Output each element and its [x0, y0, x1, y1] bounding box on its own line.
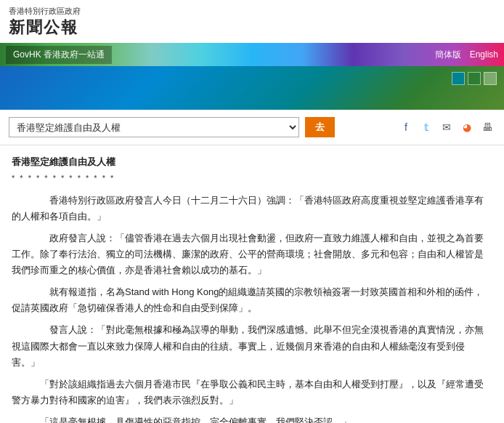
nav-bar: GovHK 香港政府一站通 簡体版 English [0, 43, 504, 66]
go-button[interactable]: 去 [305, 117, 335, 137]
gov-text: 香港特別行政區政府 [9, 6, 495, 17]
paragraph-1: 香港特別行政區政府發言人今日（十二月二十六日）強調：「香港特區政府高度重視並堅定… [12, 193, 492, 225]
article-title: 香港堅定維護自由及人權 [12, 154, 492, 170]
article-stars: * * * * * * * * * * * * * [12, 172, 492, 185]
banner-box-plain [484, 72, 497, 85]
english-nav-link[interactable]: English [470, 49, 498, 60]
paragraph-3: 就有報道指，名為Stand with Hong Kong的組織邀請英國的宗教領袖… [12, 284, 492, 316]
article-content: 香港堅定維護自由及人權 * * * * * * * * * * * * * 香港… [0, 145, 504, 423]
paragraph-2: 政府發言人說：「儘管香港在過去六個月出現社會動盪，但政府一直致力維護人權和自由，… [12, 230, 492, 278]
rss-icon[interactable]: ◕ [459, 119, 475, 135]
mail-icon[interactable]: ✉ [439, 119, 455, 135]
page-header: 香港特別行政區政府 新聞公報 [0, 0, 504, 43]
banner-image [0, 66, 504, 110]
govhk-nav-item[interactable]: GovHK 香港政府一站通 [6, 46, 112, 64]
banner-decoration [452, 72, 497, 85]
article-dropdown[interactable]: 香港堅定維護自由及人權 [9, 117, 299, 137]
paragraph-6: 「這是毫無根據、具傷導性的惡意指控，完全偏離事實，我們堅決否認。」 [12, 414, 492, 423]
social-icons: f 𝕥 ✉ ◕ 🖶 [398, 119, 495, 135]
banner-box-teal [452, 72, 465, 85]
twitter-icon[interactable]: 𝕥 [418, 119, 434, 135]
toolbar: 香港堅定維護自由及人權 去 f 𝕥 ✉ ◕ 🖶 [0, 110, 504, 145]
simplified-nav-link[interactable]: 簡体版 [435, 49, 461, 61]
banner-box-green [468, 72, 481, 85]
page-title: 新聞公報 [9, 17, 495, 39]
paragraph-5: 「對於該組織指過去六個月香港市民『在爭取公義和民主時，基本自由和人權受到打壓』，… [12, 376, 492, 408]
paragraph-4: 發言人說：「對此毫無根據和極為誤導的舉動，我們深感遺憾。此舉不但完全漠視香港的真… [12, 322, 492, 370]
print-icon[interactable]: 🖶 [479, 119, 495, 135]
facebook-icon[interactable]: f [398, 119, 414, 135]
